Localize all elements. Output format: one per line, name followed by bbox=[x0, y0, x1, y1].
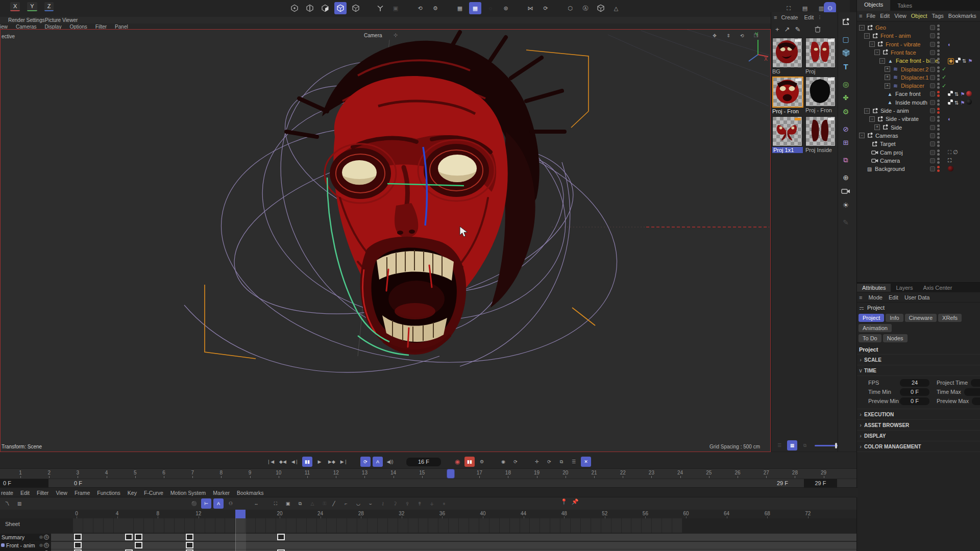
key-clipboard-icon[interactable]: ⧉ bbox=[295, 498, 305, 509]
tree-row[interactable]: -Side - anim bbox=[857, 107, 980, 115]
visibility-dots[interactable] bbox=[937, 49, 940, 56]
field-value-2[interactable] bbox=[972, 397, 980, 405]
viewport-menu-display[interactable]: Display bbox=[45, 24, 62, 30]
symmetry-icon[interactable]: ⧉ bbox=[838, 154, 853, 166]
viewport[interactable]: ective Camera ⊹ ✥ ⇕ ⟲ ❒ Y X Transform: S… bbox=[0, 29, 771, 452]
edit-tool-icon[interactable]: ✎ bbox=[838, 216, 853, 229]
viewport-menu-cameras[interactable]: Cameras bbox=[16, 24, 37, 30]
keyframe[interactable] bbox=[135, 542, 142, 548]
sky-icon[interactable]: ⊕ bbox=[838, 171, 853, 184]
tab-layers[interactable]: Layers bbox=[891, 284, 918, 292]
collapse-icon[interactable]: - bbox=[874, 49, 880, 55]
null-object-icon[interactable] bbox=[838, 15, 853, 28]
material-thumbnail[interactable] bbox=[772, 116, 802, 146]
range-start-field[interactable]: 0 F bbox=[0, 479, 48, 488]
edit-toggle-icon[interactable] bbox=[930, 116, 935, 121]
rotate-tool-icon[interactable]: ⟳ bbox=[540, 2, 552, 14]
visibility-dots[interactable] bbox=[937, 115, 940, 122]
generator-icon[interactable]: ⚙ bbox=[838, 105, 853, 118]
flag-tag-icon[interactable]: ⚑ bbox=[960, 99, 965, 106]
attributes-menu-icon[interactable]: ≡ bbox=[859, 294, 862, 300]
materials-more-icon[interactable]: ⫶ bbox=[819, 14, 820, 21]
section-scale[interactable]: ›SCALE bbox=[857, 355, 980, 365]
keying-settings-button[interactable]: ⚙ bbox=[477, 457, 487, 467]
tree-row[interactable]: -Front - vibrate◐ bbox=[857, 40, 980, 48]
tab-axis-center[interactable]: Axis Center bbox=[918, 284, 958, 292]
edge-mode-icon[interactable] bbox=[304, 2, 316, 14]
tree-row[interactable]: -Front face bbox=[857, 48, 980, 57]
render-view-icon[interactable]: ◌ bbox=[484, 2, 497, 14]
prev-frame-button[interactable]: ◀❘ bbox=[290, 457, 300, 467]
timeline-menu-marker[interactable]: Marker bbox=[213, 490, 230, 496]
track-label-cell[interactable]: Front - anim◎S bbox=[0, 542, 51, 549]
tree-row[interactable]: -Cameras bbox=[857, 132, 980, 140]
attributes-userdata-menu[interactable]: User Data bbox=[904, 294, 930, 300]
mat-red-tag-icon[interactable] bbox=[966, 91, 972, 97]
edit-toggle-icon[interactable] bbox=[930, 133, 935, 138]
jump-end-button[interactable]: ▶❘ bbox=[339, 457, 349, 467]
assign-material-icon[interactable]: ↗ bbox=[785, 26, 790, 33]
pause-button[interactable]: ▮▮ bbox=[302, 457, 312, 467]
axis-toggle-y[interactable]: Y bbox=[27, 2, 37, 11]
material-thumbnail[interactable] bbox=[772, 38, 802, 68]
edit-toggle-icon[interactable] bbox=[930, 25, 935, 30]
fcurve-mode-icon[interactable]: 〽 bbox=[2, 498, 12, 509]
timeline-menu-reate[interactable]: reate bbox=[1, 490, 13, 496]
add-material-icon[interactable]: + bbox=[775, 26, 779, 33]
collapse-icon[interactable]: - bbox=[859, 25, 865, 31]
add-marker-plus-icon[interactable]: 📌 bbox=[572, 498, 579, 505]
visibility-dots[interactable] bbox=[937, 99, 940, 106]
undo-view-icon[interactable]: ⟲ bbox=[414, 2, 426, 14]
keyframe[interactable] bbox=[74, 542, 82, 548]
edit-toggle-icon[interactable] bbox=[930, 67, 935, 72]
chip-project[interactable]: Project bbox=[859, 314, 884, 322]
material-item[interactable]: Proj - Fron bbox=[805, 77, 836, 114]
visibility-dots[interactable] bbox=[937, 124, 940, 131]
align-tag-icon[interactable]: ⇅ bbox=[954, 99, 959, 106]
track-lane[interactable] bbox=[51, 542, 856, 549]
material-thumbnail[interactable] bbox=[805, 116, 836, 146]
edit-toggle-icon[interactable] bbox=[930, 166, 935, 171]
display-tag-icon[interactable]: ◐ bbox=[948, 41, 951, 47]
field-value[interactable]: 24 bbox=[900, 379, 929, 387]
track-toggles[interactable]: ◎S bbox=[39, 543, 49, 548]
spline-filter-icon[interactable]: ⚫ bbox=[189, 498, 199, 509]
primitive-hexagon-icon[interactable]: ⬡ bbox=[564, 2, 576, 14]
tree-row[interactable]: -Front - anim bbox=[857, 32, 980, 40]
record-scale-button[interactable]: ✛ bbox=[532, 457, 542, 467]
edit-toggle-icon[interactable] bbox=[930, 42, 935, 47]
expand-icon[interactable]: + bbox=[885, 83, 890, 89]
section-display[interactable]: ›DISPLAY bbox=[857, 431, 980, 441]
material-item[interactable]: Proj 1x1 bbox=[772, 116, 803, 153]
record-position-button[interactable]: ◉ bbox=[498, 457, 508, 467]
keyframe[interactable] bbox=[135, 534, 142, 540]
dope-cursor[interactable] bbox=[235, 510, 246, 518]
jump-start-button[interactable]: ❘◀ bbox=[265, 457, 276, 467]
material-item[interactable]: Proj bbox=[805, 38, 836, 74]
tab-attributes[interactable]: Attributes bbox=[857, 284, 891, 292]
instance-icon[interactable]: ◎ bbox=[838, 78, 853, 90]
protect-on-tag-icon[interactable]: ⛶ bbox=[948, 157, 951, 164]
timeline-menu-frame[interactable]: Frame bbox=[75, 490, 90, 496]
interp-linear-icon[interactable]: ╱ bbox=[329, 498, 339, 509]
rotate-view-icon[interactable]: ⟲ bbox=[737, 31, 747, 41]
chip-todo[interactable]: To Do bbox=[859, 334, 881, 342]
section-asset-browser[interactable]: ›ASSET BROWSER bbox=[857, 420, 980, 431]
frame-selection-icon[interactable]: ⛶ bbox=[271, 498, 281, 509]
edit-toggle-icon[interactable] bbox=[930, 158, 935, 163]
mirror-tool-icon[interactable]: ⋈ bbox=[524, 2, 536, 14]
edit-toggle-icon[interactable] bbox=[930, 75, 935, 80]
enabled-check-icon[interactable]: ✓ bbox=[942, 74, 946, 81]
workplane-icon[interactable]: ▣ bbox=[389, 2, 402, 14]
edit-toggle-icon[interactable] bbox=[930, 58, 935, 63]
dope-ruler[interactable]: 04812162024283236404448525660646872 bbox=[0, 510, 856, 518]
track-toggles[interactable]: ◎S bbox=[39, 535, 49, 540]
visibility-dots[interactable] bbox=[937, 149, 940, 156]
tree-row[interactable]: Cam proj⛶∅ bbox=[857, 148, 980, 157]
timeline-menu-fcurve[interactable]: F-Curve bbox=[144, 490, 163, 496]
viewport-menu-options[interactable]: Options bbox=[69, 24, 87, 30]
display-tag-icon[interactable]: ◐ bbox=[948, 116, 951, 122]
tree-row[interactable]: ▲Face front⇅⚑ bbox=[857, 90, 980, 98]
objects-menu-view[interactable]: View bbox=[894, 13, 906, 19]
current-frame-field[interactable]: 16 F bbox=[406, 458, 441, 466]
